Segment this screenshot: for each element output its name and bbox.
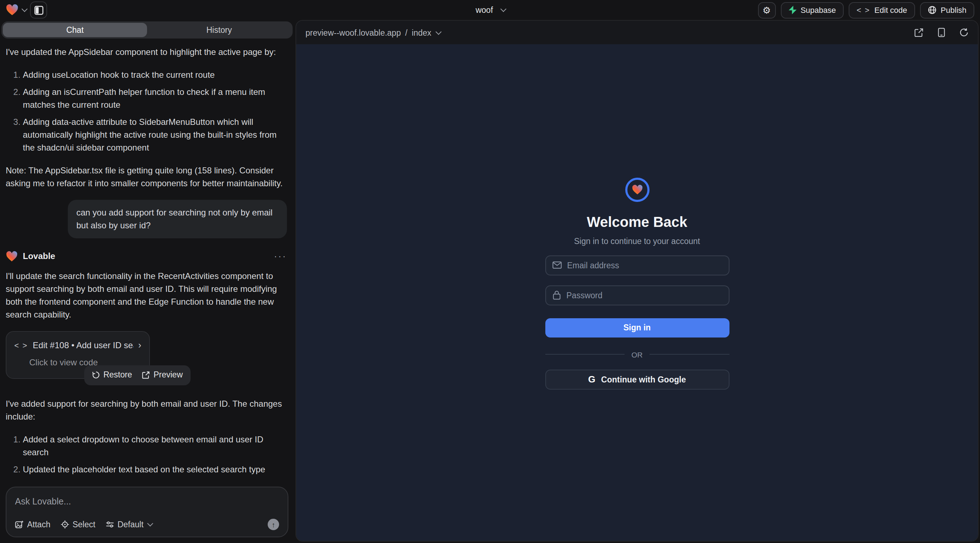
panel-left-icon — [34, 5, 43, 14]
chat-composer: Attach Select — [6, 487, 288, 537]
tab-history[interactable]: History — [147, 23, 291, 37]
chat-panel: Chat History I've updated the AppSidebar… — [0, 20, 294, 543]
heart-logo-icon — [631, 184, 643, 194]
restore-button[interactable]: Restore — [92, 369, 132, 382]
gear-icon: ⚙ — [763, 5, 771, 14]
chevron-down-icon — [436, 29, 442, 35]
preview-label: Preview — [153, 369, 183, 382]
code-icon: < > — [14, 339, 28, 351]
assistant-note: Note: The AppSidebar.tsx file is getting… — [6, 164, 287, 190]
assistant-message-text: I'll update the search functionality in … — [6, 270, 287, 321]
list-item: Modified the Edge Function to handle bot… — [23, 480, 287, 481]
supabase-label: Supabase — [800, 6, 836, 14]
select-label: Select — [72, 520, 95, 529]
preview-header: preview--woof.lovable.app / index — [296, 21, 978, 44]
preview-panel: preview--woof.lovable.app / index — [296, 20, 978, 541]
mode-dropdown[interactable]: Default — [105, 520, 151, 529]
app-root: woof ⚙ Supabase < > Edit code — [0, 0, 980, 543]
or-divider: OR — [545, 350, 729, 359]
project-name: woof — [476, 6, 493, 14]
top-bar: woof ⚙ Supabase < > Edit code — [0, 0, 980, 20]
assistant-list: Adding useLocation hook to track the cur… — [6, 68, 287, 154]
code-icon: < > — [856, 6, 870, 14]
lovable-avatar-icon — [6, 251, 18, 262]
target-icon — [60, 520, 69, 529]
assistant-list: Added a select dropdown to choose betwee… — [6, 433, 287, 481]
preview-button[interactable]: Preview — [142, 369, 183, 382]
list-item: Adding an isCurrentPath helper function … — [23, 86, 287, 111]
preview-iframe: Welcome Back Sign in to continue to your… — [296, 44, 978, 541]
page-subtitle: Sign in to continue to your account — [545, 237, 729, 245]
assistant-header: Lovable ··· — [6, 250, 287, 263]
google-signin-button[interactable]: G Continue with Google — [545, 369, 729, 389]
external-link-icon — [142, 372, 150, 379]
google-g-icon: G — [588, 374, 595, 384]
sign-in-button[interactable]: Sign in — [545, 318, 729, 337]
lovable-heart-icon — [6, 4, 19, 16]
refresh-icon[interactable] — [959, 28, 969, 37]
restore-icon — [92, 372, 100, 379]
toggle-sidebar-button[interactable] — [30, 2, 47, 19]
open-in-new-tab-icon[interactable] — [914, 28, 924, 37]
sliders-icon — [105, 520, 114, 529]
preview-url-dropdown[interactable]: preview--woof.lovable.app / index — [305, 28, 440, 37]
select-button[interactable]: Select — [60, 520, 95, 529]
publish-button[interactable]: Publish — [920, 2, 974, 18]
user-message-bubble: can you add support for searching not on… — [68, 200, 287, 238]
password-field[interactable] — [566, 291, 722, 299]
app-logo — [625, 177, 649, 202]
chevron-down-icon — [500, 6, 506, 12]
attach-button[interactable]: Attach — [15, 520, 50, 529]
edit-code-button[interactable]: < > Edit code — [849, 2, 915, 18]
email-field-wrap — [545, 255, 729, 275]
preview-page: index — [412, 28, 431, 37]
chat-input[interactable] — [15, 497, 279, 506]
chat-history-tabs: Chat History — [2, 21, 293, 38]
edit-code-label: Edit code — [874, 6, 907, 14]
publish-label: Publish — [941, 6, 966, 14]
tab-chat[interactable]: Chat — [3, 23, 147, 37]
password-field-wrap — [545, 285, 729, 305]
assistant-message-text: I've added support for searching by both… — [6, 397, 287, 423]
message-menu-button[interactable]: ··· — [274, 250, 287, 263]
chevron-down-icon — [147, 521, 153, 527]
list-item: Added a select dropdown to choose betwee… — [23, 433, 287, 459]
project-switcher[interactable]: woof — [476, 0, 504, 20]
google-label: Continue with Google — [601, 375, 686, 384]
settings-button[interactable]: ⚙ — [758, 2, 775, 18]
version-actions: Restore Preview — [84, 366, 191, 385]
chat-messages: I've updated the AppSidebar component to… — [0, 38, 294, 481]
globe-icon — [928, 6, 937, 14]
supabase-button[interactable]: Supabase — [781, 2, 844, 18]
send-button[interactable]: ↑ — [268, 519, 279, 530]
signin-card: Welcome Back Sign in to continue to your… — [545, 177, 729, 389]
attach-label: Attach — [27, 520, 50, 529]
list-item: Updated the placeholder text based on th… — [23, 463, 287, 476]
chevron-right-icon: › — [138, 338, 141, 352]
chevron-down-icon — [21, 6, 27, 12]
mode-label: Default — [118, 520, 143, 529]
email-field[interactable] — [567, 261, 722, 269]
lock-icon — [552, 291, 561, 300]
page-title: Welcome Back — [545, 214, 729, 230]
attach-image-icon — [15, 520, 24, 529]
restore-label: Restore — [103, 369, 132, 382]
edit-card-title: Edit #108 • Add user ID search supp... — [33, 339, 134, 352]
preview-url: preview--woof.lovable.app — [305, 28, 401, 37]
mobile-view-icon[interactable] — [937, 28, 946, 37]
assistant-name: Lovable — [23, 250, 55, 263]
lovable-logo-menu[interactable] — [6, 4, 26, 16]
list-item: Adding data-active attribute to SidebarM… — [23, 116, 287, 154]
supabase-icon — [788, 6, 796, 14]
edit-version-card[interactable]: < > Edit #108 • Add user ID search supp.… — [6, 331, 150, 378]
assistant-message-text: I've updated the AppSidebar component to… — [6, 46, 287, 59]
path-separator: / — [405, 28, 407, 37]
mail-icon — [552, 261, 562, 269]
list-item: Adding useLocation hook to track the cur… — [23, 68, 287, 81]
